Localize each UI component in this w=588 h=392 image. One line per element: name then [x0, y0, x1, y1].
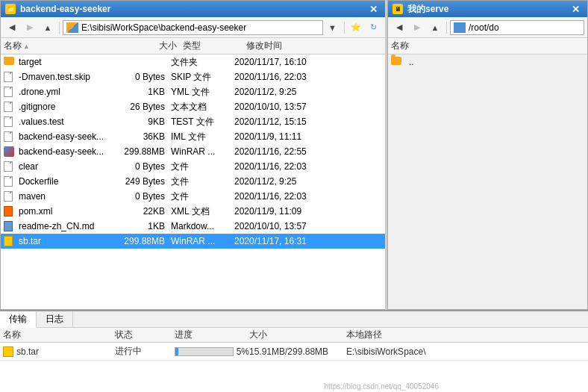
file-size: 1KB — [111, 87, 171, 97]
table-row[interactable]: .gitignore 26 Bytes 文本文档 2020/10/10, 13:… — [1, 99, 385, 114]
file-name: -Dmaven.test.skip — [4, 72, 111, 82]
file-type: TEST 文件 — [171, 116, 234, 128]
file-date: 2020/11/16, 22:03 — [234, 191, 382, 202]
file-type: 文件 — [171, 161, 234, 173]
right-toolbar: ◀ ▶ ▲ — [388, 17, 587, 38]
file-size: 26 Bytes — [111, 102, 171, 112]
file-type: 文件夹 — [171, 56, 234, 69]
address-input[interactable] — [81, 22, 319, 33]
table-row[interactable]: backend-easy-seek... 299.88MB WinRAR ...… — [1, 144, 385, 159]
list-item[interactable]: .. — [388, 55, 587, 69]
file-type: 文本文档 — [171, 101, 234, 113]
right-address-input[interactable] — [469, 22, 581, 33]
bottom-panel: 传输 日志 名称 状态 进度 大小 本地路径 sb.tar 进行中 5% 15.… — [0, 310, 588, 392]
tab-log[interactable]: 日志 — [37, 311, 73, 327]
file-date: 2020/11/2, 9:25 — [234, 176, 382, 187]
back-button[interactable]: ◀ — [4, 20, 20, 35]
file-icon-wrapper — [4, 146, 16, 157]
file-icon — [4, 87, 13, 97]
progress-bar — [175, 347, 234, 356]
file-type: SKIP 文件 — [171, 71, 234, 84]
parent-dir-link[interactable]: .. — [409, 57, 414, 67]
col-date-header: 修改时间 — [246, 40, 382, 52]
table-row[interactable]: .drone.yml 1KB YML 文件 2020/11/2, 9:25 — [1, 84, 385, 99]
table-row[interactable]: clear 0 Bytes 文件 2020/11/16, 22:03 — [1, 159, 385, 174]
transfer-path: E:\sibisiWorkSpace\ — [346, 346, 585, 357]
right-panel-title: 我的serve — [407, 3, 564, 16]
table-row[interactable]: sb.tar 299.88MB WinRAR ... 2020/11/17, 1… — [1, 234, 385, 249]
refresh-button[interactable]: ↻ — [366, 20, 382, 35]
left-panel-close[interactable]: ✕ — [366, 4, 381, 15]
file-icon — [4, 72, 13, 82]
right-title-bar: 🖥 我的serve ✕ — [388, 1, 587, 17]
transfer-col-progress: 进度 — [175, 329, 249, 341]
table-row[interactable]: Dockerfile 249 Bytes 文件 2020/11/2, 9:25 — [1, 174, 385, 189]
file-size: 0 Bytes — [111, 161, 171, 172]
left-panel: 📁 backend-easy-seeker ✕ ◀ ▶ ▲ ▼ ⭐ ↻ 名称 ▲ — [0, 0, 385, 310]
up-button[interactable]: ▲ — [40, 20, 56, 35]
file-name: .gitignore — [4, 102, 111, 112]
file-icon-wrapper — [4, 236, 16, 246]
file-type: YML 文件 — [171, 86, 234, 99]
col-size-header: 大小 — [123, 40, 183, 52]
dropdown-button[interactable]: ▼ — [325, 20, 341, 35]
file-date: 2020/11/16, 22:03 — [234, 72, 382, 82]
table-row[interactable]: -Dmaven.test.skip 0 Bytes SKIP 文件 2020/1… — [1, 69, 385, 84]
file-name: .drone.yml — [4, 87, 111, 97]
file-icon-wrapper — [4, 176, 16, 187]
right-up-button[interactable]: ▲ — [427, 20, 443, 35]
file-icon — [4, 161, 13, 172]
file-name: readme-zh_CN.md — [4, 221, 111, 231]
file-icon-wrapper — [4, 57, 16, 67]
address-bar[interactable] — [63, 20, 323, 35]
table-row[interactable]: target 文件夹 2020/11/17, 16:10 — [1, 55, 385, 69]
file-icon-wrapper — [4, 221, 16, 231]
transfer-row: sb.tar 进行中 5% 15.91MB/299.88MB E:\sibisi… — [0, 343, 588, 361]
file-size: 0 Bytes — [111, 72, 171, 82]
right-file-list[interactable]: .. — [388, 55, 587, 309]
forward-button[interactable]: ▶ — [22, 20, 38, 35]
right-panel-icon: 🖥 — [392, 4, 403, 14]
table-row[interactable]: pom.xml 22KB XML 文档 2020/11/9, 11:09 — [1, 204, 385, 219]
file-type: XML 文档 — [171, 205, 234, 218]
file-size: 0 Bytes — [111, 191, 171, 202]
right-panel-close[interactable]: ✕ — [569, 4, 583, 15]
file-name: pom.xml — [4, 206, 111, 217]
right-address-icon — [454, 22, 466, 33]
bookmark-button[interactable]: ⭐ — [348, 20, 364, 35]
table-row[interactable]: .values.test 9KB TEST 文件 2020/11/12, 15:… — [1, 114, 385, 129]
col-name-header: 名称 ▲ — [4, 40, 123, 52]
transfer-list: sb.tar 进行中 5% 15.91MB/299.88MB E:\sibisi… — [0, 343, 588, 361]
file-list[interactable]: target 文件夹 2020/11/17, 16:10 -Dmaven.tes… — [1, 55, 385, 309]
file-date: 2020/11/9, 11:09 — [234, 206, 382, 217]
md-icon — [4, 221, 13, 231]
file-icon-wrapper — [4, 206, 16, 217]
address-icon — [66, 22, 78, 33]
file-type: 文件 — [171, 190, 234, 203]
file-date: 2020/11/17, 16:10 — [234, 57, 382, 67]
file-name: backend-easy-seek... — [4, 146, 111, 157]
table-row[interactable]: maven 0 Bytes 文件 2020/11/16, 22:03 — [1, 189, 385, 204]
right-back-button[interactable]: ◀ — [391, 20, 407, 35]
progress-label: 5% — [237, 346, 249, 357]
progress-bar-fill — [175, 348, 178, 355]
bottom-tabs: 传输 日志 — [0, 311, 588, 328]
file-list-header: 名称 ▲ 大小 类型 修改时间 — [1, 38, 385, 55]
file-size: 299.88MB — [111, 146, 171, 157]
right-forward-button[interactable]: ▶ — [409, 20, 425, 35]
file-name: Dockerfile — [4, 176, 111, 187]
file-size: 249 Bytes — [111, 176, 171, 187]
table-row[interactable]: backend-easy-seek... 36KB IML 文件 2020/11… — [1, 129, 385, 144]
file-size: 1KB — [111, 221, 171, 231]
transfer-col-size: 大小 — [249, 329, 346, 341]
file-icon-wrapper — [4, 87, 16, 97]
file-icon — [4, 116, 13, 127]
tab-transfer[interactable]: 传输 — [0, 311, 37, 328]
app-icon — [4, 146, 14, 157]
left-toolbar: ◀ ▶ ▲ ▼ ⭐ ↻ — [1, 17, 385, 38]
file-name: backend-easy-seek... — [4, 131, 111, 142]
right-address-bar[interactable] — [450, 20, 584, 35]
table-row[interactable]: readme-zh_CN.md 1KB Markdow... 2020/10/1… — [1, 219, 385, 234]
file-name: .values.test — [4, 116, 111, 127]
file-date: 2020/11/2, 9:25 — [234, 87, 382, 97]
